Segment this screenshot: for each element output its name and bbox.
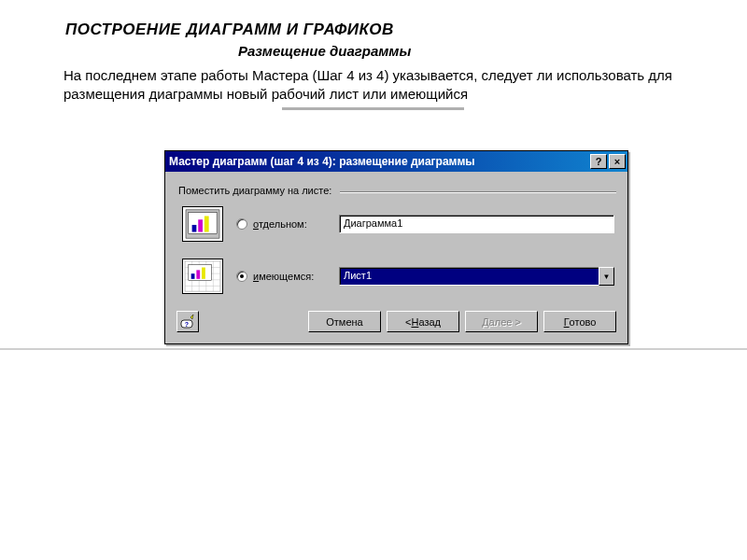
titlebar-text: Мастер диаграмм (шаг 4 из 4): размещение…	[169, 155, 588, 168]
titlebar: Мастер диаграмм (шаг 4 из 4): размещение…	[165, 151, 627, 172]
divider	[282, 107, 464, 110]
existing-sheet-combo[interactable]: Лист1 ▼	[339, 267, 614, 286]
finish-button[interactable]: Готово	[543, 311, 616, 332]
existing-sheet-value[interactable]: Лист1	[339, 267, 599, 286]
group-label: Поместить диаграмму на листе:	[176, 185, 333, 196]
radio-separate-label: отдельном:	[253, 218, 307, 230]
svg-text:?: ?	[185, 320, 189, 327]
help-titlebar-button[interactable]: ?	[590, 154, 607, 169]
chart-wizard-dialog: Мастер диаграмм (шаг 4 из 4): размещение…	[164, 150, 628, 344]
next-button: Далее >	[465, 311, 538, 332]
button-row: ? Отмена < Назад Далее > Готово	[176, 311, 616, 332]
svg-rect-3	[192, 225, 197, 232]
page-title: ПОСТРОЕНИЕ ДИАГРАММ И ГРАФИКОВ	[65, 21, 394, 39]
context-help-button[interactable]: ?	[176, 311, 199, 332]
svg-rect-4	[198, 219, 203, 231]
group-line	[340, 191, 616, 193]
svg-rect-5	[204, 216, 209, 231]
option-row-separate: отдельном: Диаграмма1	[176, 206, 616, 242]
page-subtitle: Размещение диаграммы	[238, 43, 411, 59]
back-button[interactable]: < Назад	[387, 311, 459, 332]
option-row-existing: имеющемся: Лист1 ▼	[176, 259, 616, 294]
svg-rect-18	[196, 270, 200, 278]
radio-separate-input[interactable]	[236, 218, 247, 230]
separate-sheet-name-input[interactable]: Диаграмма1	[339, 215, 614, 233]
page-rule	[0, 348, 747, 350]
dialog-body: Поместить диаграмму на листе: отдельном:…	[165, 172, 627, 343]
cancel-button[interactable]: Отмена	[308, 311, 381, 332]
radio-separate[interactable]: отдельном:	[236, 218, 339, 230]
new-sheet-icon	[182, 206, 223, 242]
radio-existing[interactable]: имеющемся:	[236, 271, 339, 282]
page-description: На последнем этапе работы Мастера (Шаг 4…	[63, 66, 740, 103]
radio-existing-input[interactable]	[236, 271, 247, 282]
close-button[interactable]: ×	[609, 154, 626, 169]
svg-rect-19	[202, 268, 205, 279]
existing-sheet-icon	[182, 259, 223, 294]
chevron-down-icon[interactable]: ▼	[599, 267, 614, 286]
radio-existing-label: имеющемся:	[253, 271, 314, 282]
svg-rect-17	[191, 273, 195, 279]
